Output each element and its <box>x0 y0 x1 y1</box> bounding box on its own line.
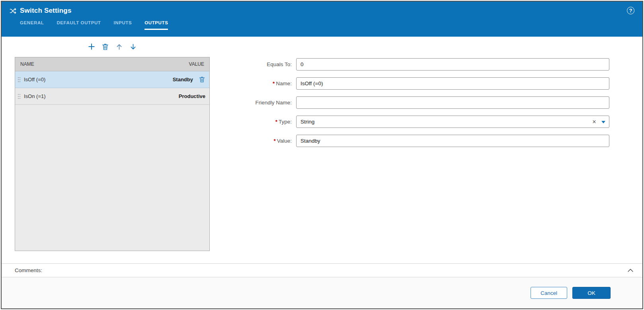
name-input[interactable] <box>296 77 609 90</box>
value-input[interactable] <box>296 135 609 147</box>
clear-icon[interactable]: × <box>591 119 597 125</box>
comments-label: Comments: <box>15 267 42 273</box>
tab-default-output[interactable]: DEFAULT OUTPUT <box>57 20 101 30</box>
form-row-type: *Type: × <box>210 116 609 128</box>
chevron-down-icon[interactable] <box>601 121 605 123</box>
ok-button[interactable]: OK <box>572 287 611 299</box>
comments-section: Comments: <box>2 263 642 277</box>
outputs-list-panel: NAME VALUE IsOff (=0) Standby <box>15 37 210 263</box>
row-value: Productive <box>179 93 205 99</box>
row-delete-icon[interactable] <box>199 76 205 83</box>
switch-settings-dialog: Switch Settings ? GENERAL DEFAULT OUTPUT… <box>1 1 643 309</box>
friendly-name-label: Friendly Name: <box>210 100 296 106</box>
column-header-value: VALUE <box>189 61 204 67</box>
required-marker: * <box>275 119 277 125</box>
drag-handle-icon[interactable] <box>18 77 21 83</box>
equals-to-label: Equals To: <box>210 61 296 67</box>
column-header-name: NAME <box>20 61 34 67</box>
type-select[interactable] <box>296 116 609 128</box>
help-icon[interactable]: ? <box>627 7 634 14</box>
form-row-value: *Value: <box>210 135 609 147</box>
friendly-name-input[interactable] <box>296 96 609 109</box>
form-row-name: *Name: <box>210 77 609 90</box>
value-label: *Value: <box>210 138 296 144</box>
title-row: Switch Settings ? <box>2 2 642 15</box>
row-name: IsOn (=1) <box>24 93 46 99</box>
tab-outputs[interactable]: OUTPUTS <box>144 20 168 30</box>
drag-handle-icon[interactable] <box>18 93 21 100</box>
required-marker: * <box>273 80 275 86</box>
dialog-header: Switch Settings ? GENERAL DEFAULT OUTPUT… <box>2 2 642 37</box>
page-title: Switch Settings <box>20 7 72 15</box>
name-label: *Name: <box>210 80 296 86</box>
row-name: IsOff (=0) <box>24 77 45 82</box>
main-content: NAME VALUE IsOff (=0) Standby <box>2 37 642 263</box>
move-up-icon[interactable] <box>115 43 123 51</box>
form-row-equals-to: Equals To: <box>210 58 609 71</box>
cancel-button[interactable]: Cancel <box>531 287 567 299</box>
output-detail-form: Equals To: *Name: Friendly Name: *Type: <box>210 37 642 263</box>
table-empty-area <box>15 105 209 251</box>
list-toolbar <box>15 41 210 52</box>
tab-general[interactable]: GENERAL <box>20 20 44 30</box>
outputs-table: NAME VALUE IsOff (=0) Standby <box>15 57 210 251</box>
dialog-footer: Cancel OK <box>2 277 642 308</box>
chevron-up-icon[interactable] <box>626 267 634 275</box>
table-row[interactable]: IsOff (=0) Standby <box>15 71 209 88</box>
table-header-row: NAME VALUE <box>15 57 209 71</box>
tab-bar: GENERAL DEFAULT OUTPUT INPUTS OUTPUTS <box>20 20 642 30</box>
delete-icon[interactable] <box>101 43 109 51</box>
form-row-friendly-name: Friendly Name: <box>210 96 609 109</box>
type-label: *Type: <box>210 119 296 125</box>
add-icon[interactable] <box>88 43 96 51</box>
equals-to-input[interactable] <box>296 58 609 71</box>
required-marker: * <box>273 138 275 144</box>
table-row[interactable]: IsOn (=1) Productive <box>15 88 209 105</box>
switch-icon <box>10 8 16 14</box>
row-value: Standby <box>173 77 193 82</box>
move-down-icon[interactable] <box>129 43 137 51</box>
tab-inputs[interactable]: INPUTS <box>113 20 132 30</box>
